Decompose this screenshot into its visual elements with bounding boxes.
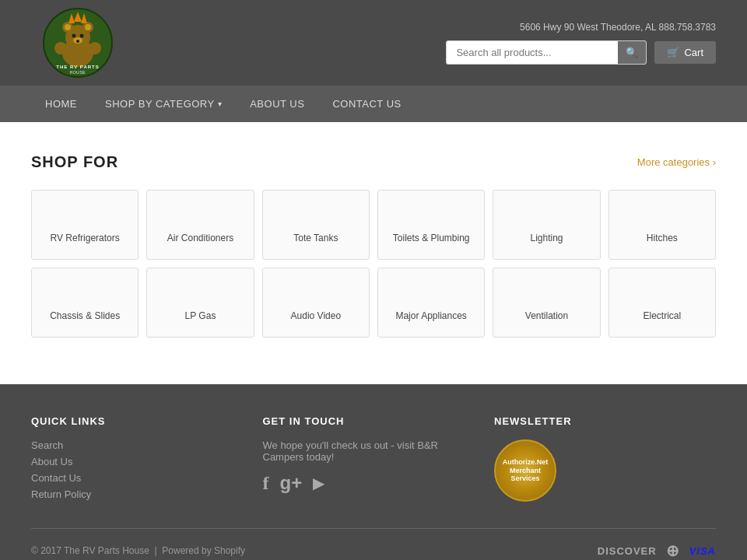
category-card[interactable]: Ventilation: [493, 268, 600, 338]
search-input[interactable]: [447, 41, 618, 64]
nav-shop-by-category[interactable]: SHOP BY CATEGORY ▾: [91, 86, 236, 122]
categories-grid: RV RefrigeratorsAir ConditionersTote Tan…: [31, 190, 716, 338]
svg-point-10: [76, 40, 79, 43]
cart-button[interactable]: 🛒 Cart: [654, 41, 716, 64]
cart-label: Cart: [684, 47, 703, 58]
visa-icon: VISA: [689, 545, 716, 557]
svg-text:THE RV PARTS: THE RV PARTS: [56, 65, 99, 69]
category-card[interactable]: Lighting: [493, 190, 600, 260]
main-content: SHOP FOR More categories › RV Refrigerat…: [0, 122, 747, 384]
facebook-icon[interactable]: f: [263, 473, 269, 494]
quick-links-title: QUICK LINKS: [31, 415, 216, 427]
cart-icon: 🛒: [667, 47, 679, 58]
category-card[interactable]: Audio Video: [262, 268, 370, 338]
logo-area: THE RV PARTS HOUSE: [31, 8, 124, 78]
nav-about-us[interactable]: ABOUT US: [236, 86, 318, 122]
get-in-touch-title: GET IN TOUCH: [263, 415, 448, 427]
svg-point-4: [65, 24, 71, 30]
search-box: 🔍: [446, 40, 647, 65]
shop-for-header: SHOP FOR More categories ›: [31, 153, 716, 171]
category-card[interactable]: Toilets & Plumbing: [377, 190, 485, 260]
quick-link-item[interactable]: Return Policy: [31, 488, 216, 500]
category-card[interactable]: Chassis & Slides: [31, 268, 139, 338]
quick-link-item[interactable]: Search: [31, 439, 216, 451]
footer-top: QUICK LINKS SearchAbout UsContact UsRetu…: [31, 415, 716, 505]
dropdown-icon: ▾: [218, 100, 223, 108]
nav-home[interactable]: HOME: [31, 86, 91, 122]
get-in-touch-col: GET IN TOUCH We hope you'll check us out…: [263, 415, 448, 505]
get-in-touch-text: We hope you'll check us out - visit B&R …: [263, 439, 448, 463]
category-card[interactable]: Air Conditioners: [146, 190, 254, 260]
svg-point-11: [54, 42, 67, 54]
payment-icons: DISCOVER ⊕ VISA: [598, 541, 716, 560]
logo[interactable]: THE RV PARTS HOUSE: [31, 8, 124, 78]
social-icons: f g+ ▶: [263, 472, 448, 499]
shop-for-title: SHOP FOR: [31, 153, 118, 171]
footer-bottom: © 2017 The RV Parts House | Powered by S…: [31, 528, 716, 560]
category-card[interactable]: Major Appliances: [377, 268, 485, 338]
google-plus-icon[interactable]: g+: [280, 472, 303, 494]
svg-point-8: [80, 34, 84, 38]
contact-info: 5606 Hwy 90 West Theodore, AL 888.758.37…: [520, 22, 716, 33]
site-footer: QUICK LINKS SearchAbout UsContact UsRetu…: [0, 384, 747, 560]
search-cart-row: 🔍 🛒 Cart: [446, 40, 716, 65]
category-card[interactable]: Tote Tanks: [262, 190, 370, 260]
category-card[interactable]: Electrical: [608, 268, 716, 338]
search-button[interactable]: 🔍: [618, 41, 646, 64]
mastercard-icon: ⊕: [666, 541, 680, 560]
navigation: HOME SHOP BY CATEGORY ▾ ABOUT US CONTACT…: [0, 86, 747, 122]
powered-by-link[interactable]: Powered by Shopify: [162, 545, 245, 556]
site-header: THE RV PARTS HOUSE 5606 Hwy 90 West Theo…: [0, 0, 747, 86]
quick-link-item[interactable]: Contact Us: [31, 472, 216, 484]
svg-point-7: [72, 34, 76, 38]
youtube-icon[interactable]: ▶: [313, 474, 324, 492]
quick-links-list: SearchAbout UsContact UsReturn Policy: [31, 439, 216, 500]
discover-icon: DISCOVER: [598, 545, 657, 557]
svg-text:HOUSE: HOUSE: [70, 70, 86, 75]
header-right: 5606 Hwy 90 West Theodore, AL 888.758.37…: [446, 22, 716, 65]
quick-link-item[interactable]: About Us: [31, 456, 216, 467]
footer-copyright: © 2017 The RV Parts House | Powered by S…: [31, 545, 245, 556]
category-card[interactable]: Hitches: [608, 190, 716, 260]
newsletter-title: NEWSLETTER: [494, 415, 716, 427]
category-card[interactable]: LP Gas: [146, 268, 254, 338]
quick-links-col: QUICK LINKS SearchAbout UsContact UsRetu…: [31, 415, 216, 505]
svg-point-12: [89, 42, 101, 54]
category-card[interactable]: RV Refrigerators: [31, 190, 139, 260]
newsletter-col: NEWSLETTER Authorize.NetMerchantServices: [494, 415, 716, 505]
nav-contact-us[interactable]: CONTACT US: [318, 86, 415, 122]
authorize-badge: Authorize.NetMerchantServices: [494, 439, 556, 502]
svg-point-6: [85, 24, 91, 30]
more-categories-link[interactable]: More categories ›: [637, 156, 716, 168]
